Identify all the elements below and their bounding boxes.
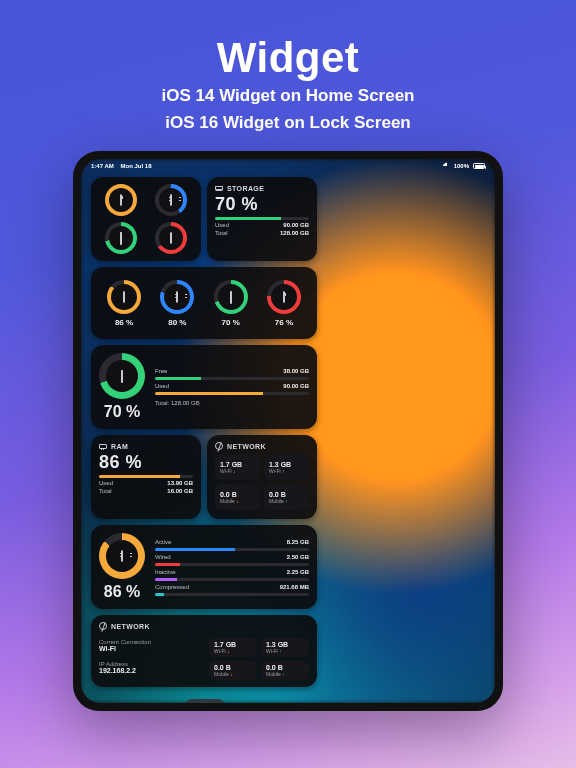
used-val: 13.90 GB xyxy=(167,480,193,486)
net-cell-wi-fi-down: 1.7 GBWi-Fi ↓ xyxy=(209,638,257,657)
ram-ring xyxy=(155,222,187,254)
cpu-col: 80 % xyxy=(160,280,194,327)
status-right: 100% xyxy=(443,163,485,170)
widget-title: NETWORK xyxy=(227,443,266,450)
used-val: 90.00 GB xyxy=(283,222,309,228)
ram-wide-pct: 86 % xyxy=(104,583,140,601)
total-val: 16.00 GB xyxy=(167,488,193,494)
ram-icon xyxy=(99,442,107,450)
ram-row-active: Active8.25 GB xyxy=(155,539,309,551)
status-date: Mon Jul 18 xyxy=(120,163,151,169)
widget-ram-small[interactable]: RAM 86 % Used13.90 GB Total16.00 GB xyxy=(91,435,201,519)
total-label: Total xyxy=(215,230,228,236)
widget-title: RAM xyxy=(111,443,128,450)
widget-network-wide[interactable]: NETWORK Current ConnectionWi-Fi IP Addre… xyxy=(91,615,317,687)
ram-ring xyxy=(107,280,141,314)
storage-row-used: Used90.00 GB xyxy=(155,383,309,395)
hero-line-1: iOS 14 Widget on Home Screen xyxy=(161,84,414,109)
ram-ring xyxy=(99,533,145,579)
arrow-up-icon: ↑ xyxy=(282,468,285,474)
storage-row-free: Free38.00 GB xyxy=(155,368,309,380)
disk-icon xyxy=(215,184,223,192)
cpu-ring xyxy=(160,280,194,314)
widget-grid: STORAGE 70 % Used90.00 GB Total128.00 GB… xyxy=(91,177,319,703)
net-cell-wi-fi-down: 1.7 GBWi-Fi ↓ xyxy=(215,454,260,480)
total-val: 128.00 GB xyxy=(280,230,309,236)
used-label: Used xyxy=(99,480,113,486)
used-label: Used xyxy=(215,222,229,228)
network-info: Current ConnectionWi-Fi IP Address192.16… xyxy=(99,634,199,678)
battery-icon xyxy=(473,163,485,169)
storage-ring xyxy=(99,353,145,399)
ip-val: 192.168.2.2 xyxy=(99,667,199,674)
ram-pct: 86 % xyxy=(99,452,193,473)
widget-title: NETWORK xyxy=(111,623,150,630)
globe-icon xyxy=(215,442,223,450)
net-cell-mobile-up: 0.0 BMobile ↑ xyxy=(261,661,309,680)
marketing-hero: Widget iOS 14 Widget on Home Screen iOS … xyxy=(161,0,414,151)
widget-storage-wide[interactable]: 70 % Free38.00 GBUsed90.00 GBTotal: 128.… xyxy=(91,345,317,429)
hero-line-2: iOS 16 Widget on Lock Screen xyxy=(161,111,414,136)
net-cell-wi-fi-up: 1.3 GBWi-Fi ↑ xyxy=(261,638,309,657)
battery-ring xyxy=(105,184,137,216)
arrow-down-icon: ↓ xyxy=(233,468,236,474)
battery-label: 76 % xyxy=(275,318,293,327)
arrow-down-icon: ↓ xyxy=(227,648,230,654)
storage-pct: 70 % xyxy=(215,194,309,215)
storage-ring xyxy=(214,280,248,314)
widget-storage-small[interactable]: STORAGE 70 % Used90.00 GB Total128.00 GB xyxy=(207,177,317,261)
arrow-up-icon: ↑ xyxy=(285,498,288,504)
globe-icon xyxy=(99,622,107,630)
ipad-screen: 1:47 AM Mon Jul 18 100% STORAGE 70 % Use… xyxy=(81,159,495,703)
widget-four-rings[interactable]: 86 %80 %70 %76 % xyxy=(91,267,317,339)
net-cell-mobile-down: 0.0 BMobile ↓ xyxy=(215,484,260,510)
hero-title: Widget xyxy=(161,34,414,82)
net-cell-mobile-down: 0.0 BMobile ↓ xyxy=(209,661,257,680)
storage-wide-pct: 70 % xyxy=(104,403,140,421)
widget-network-small[interactable]: NETWORK 1.7 GBWi-Fi ↓1.3 GBWi-Fi ↑0.0 BM… xyxy=(207,435,317,519)
total-label: Total xyxy=(99,488,112,494)
storage-col: 70 % xyxy=(214,280,248,327)
storage-ring xyxy=(105,222,137,254)
storage-total: Total: 128.00 GB xyxy=(155,400,309,406)
battery-col: 76 % xyxy=(267,280,301,327)
storage-bar xyxy=(215,217,309,220)
conn-val: Wi-Fi xyxy=(99,645,199,652)
net-cell-wi-fi-up: 1.3 GBWi-Fi ↑ xyxy=(264,454,309,480)
wifi-icon xyxy=(441,161,451,171)
status-battery-pct: 100% xyxy=(454,163,469,169)
arrow-up-icon: ↑ xyxy=(282,671,285,677)
ram-bar xyxy=(99,475,193,478)
widget-rings-2x2[interactable] xyxy=(91,177,201,261)
ipad-frame: 1:47 AM Mon Jul 18 100% STORAGE 70 % Use… xyxy=(73,151,503,711)
ram-col: 86 % xyxy=(107,280,141,327)
status-bar: 1:47 AM Mon Jul 18 100% xyxy=(81,159,495,173)
ram-label: 86 % xyxy=(115,318,133,327)
storage-label: 70 % xyxy=(222,318,240,327)
arrow-up-icon: ↑ xyxy=(279,648,282,654)
status-time: 1:47 AM xyxy=(91,163,114,169)
arrow-down-icon: ↓ xyxy=(236,498,239,504)
cpu-label: 80 % xyxy=(168,318,186,327)
arrow-down-icon: ↓ xyxy=(230,671,233,677)
widget-title: STORAGE xyxy=(227,185,264,192)
cpu-ring xyxy=(155,184,187,216)
widget-ram-wide[interactable]: 86 % Active8.25 GBWired2.50 GBInactive2.… xyxy=(91,525,317,609)
battery-ring xyxy=(267,280,301,314)
ram-row-wired: Wired2.50 GB xyxy=(155,554,309,566)
net-cell-mobile-up: 0.0 BMobile ↑ xyxy=(264,484,309,510)
edit-button[interactable]: Edit xyxy=(185,699,225,703)
ram-row-compressed: Compressed921.68 MB xyxy=(155,584,309,596)
ram-row-inactive: Inactive2.25 GB xyxy=(155,569,309,581)
status-left: 1:47 AM Mon Jul 18 xyxy=(91,163,151,169)
